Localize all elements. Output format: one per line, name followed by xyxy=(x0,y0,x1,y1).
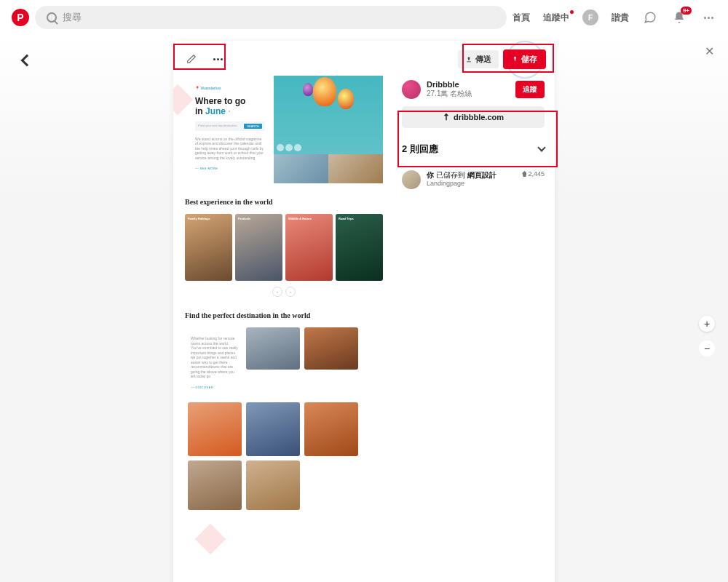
nav-home[interactable]: 首頁 xyxy=(513,12,530,24)
saved-count-value: 2,445 xyxy=(528,170,545,178)
hero-body: We stand at tons on the official magazin… xyxy=(195,137,265,161)
pin-destination-section: Find the perfect destination in the worl… xyxy=(178,311,390,525)
messages-icon[interactable] xyxy=(642,9,658,25)
search-bar[interactable]: 搜尋 xyxy=(35,6,507,29)
source-link-label: dribbble.com xyxy=(454,113,504,121)
send-button[interactable]: 傳送 xyxy=(458,50,499,68)
zoom-in-button[interactable]: + xyxy=(699,316,715,332)
save-label: 儲存 xyxy=(521,54,537,65)
search-icon xyxy=(47,12,57,23)
creator-avatar[interactable] xyxy=(402,80,421,99)
creator-row: Dribbble 27.1萬 名粉絲 追蹤 xyxy=(402,80,545,99)
creator-followers: 27.1萬 名粉絲 xyxy=(427,89,510,99)
arrow-left-icon xyxy=(21,55,33,67)
back-button[interactable] xyxy=(16,49,38,71)
top-navigation-bar: 搜尋 首頁 追蹤中 F 諧貴 9+ xyxy=(0,0,728,35)
hero-search-button: SEARCH xyxy=(244,124,262,129)
s2-card-0: Family Holidays xyxy=(188,217,210,220)
pin-image-wrapper[interactable]: 📍 Woanderlust Where to go in June · Poin… xyxy=(173,41,392,582)
save-button[interactable]: 儲存 xyxy=(503,49,546,69)
hero-image xyxy=(274,76,383,183)
nav-links-group: 首頁 追蹤中 F 諧貴 9+ xyxy=(513,9,716,25)
pin-hero-section: 📍 Woanderlust Where to go in June · Poin… xyxy=(178,76,390,198)
external-link-icon: ↗ xyxy=(440,111,452,124)
saved-subtitle: Landingpage xyxy=(427,180,516,188)
search-placeholder: 搜尋 xyxy=(63,11,82,24)
save-button-highlight: 儲存 xyxy=(503,49,546,69)
edit-button[interactable] xyxy=(181,48,202,70)
hero-title-a: Where to go xyxy=(195,96,245,106)
saved-mid: 已儲存到 xyxy=(436,171,465,179)
follow-button[interactable]: 追蹤 xyxy=(515,81,545,98)
s2-card-2: Wildlife & Nature xyxy=(288,217,312,220)
send-label: 傳送 xyxy=(475,54,491,65)
s3-title: Find the perfect destination in the worl… xyxy=(185,311,383,320)
more-button[interactable] xyxy=(207,48,229,70)
notifications-icon[interactable]: 9+ xyxy=(671,9,687,25)
pin-card: 傳送 儲存 📍 Woanderlust Where xyxy=(173,41,555,582)
more-dots-icon xyxy=(213,58,223,60)
nav-following[interactable]: 追蹤中 xyxy=(543,12,569,24)
upload-icon xyxy=(465,56,472,63)
saved-board[interactable]: 網頁設計 xyxy=(467,171,496,179)
hero-title-accent: June xyxy=(205,106,226,116)
source-link-button[interactable]: ↗ dribbble.com xyxy=(402,106,545,128)
zoom-controls: + − xyxy=(699,316,715,356)
s3-cta: DISCOVER xyxy=(195,386,213,389)
s2-card-3: Road Trips xyxy=(339,217,354,220)
pinterest-logo[interactable] xyxy=(12,9,29,26)
pin-details-panel: Dribbble 27.1萬 名粉絲 追蹤 ↗ dribbble.com 2 則… xyxy=(392,41,555,582)
s2-title: Best experience in the world xyxy=(185,198,383,207)
card-controls-right: 傳送 儲存 xyxy=(458,49,546,69)
close-button[interactable]: ✕ xyxy=(700,42,718,60)
saved-count: 2,445 xyxy=(522,170,545,178)
comments-title: 2 則回應 xyxy=(402,143,438,156)
card-controls-left xyxy=(181,48,229,70)
user-avatar-small[interactable]: F xyxy=(582,9,598,25)
pencil-icon xyxy=(186,54,197,64)
saved-prefix: 你 xyxy=(427,171,434,179)
creator-name[interactable]: Dribbble xyxy=(427,80,510,89)
notification-dot-icon xyxy=(570,10,574,14)
nav-username[interactable]: 諧貴 xyxy=(612,12,629,24)
notification-badge: 9+ xyxy=(681,7,692,15)
hero-title-dot: · xyxy=(226,106,231,116)
topbar-more-icon[interactable] xyxy=(700,9,716,25)
pin-experience-section: Best experience in the world Family Holi… xyxy=(178,198,390,311)
hero-title-b: in xyxy=(195,106,205,116)
saved-user-avatar[interactable] xyxy=(402,170,421,189)
hero-search-placeholder: Point your next trip destination xyxy=(198,124,237,129)
s2-card-1: Festivals xyxy=(238,217,250,220)
tiny-pin-icon xyxy=(522,171,526,177)
pin-image: 📍 Woanderlust Where to go in June · Poin… xyxy=(178,45,390,582)
zoom-out-button[interactable]: − xyxy=(699,340,715,356)
nav-following-label: 追蹤中 xyxy=(543,12,569,23)
content-area: ✕ 傳送 儲存 xyxy=(0,35,728,582)
comments-toggle[interactable]: 2 則回應 xyxy=(402,143,545,162)
chevron-down-icon xyxy=(537,143,545,151)
hero-cta: SEE MORE xyxy=(199,167,218,170)
pin-icon xyxy=(512,55,518,63)
s3-body: Whether looking for remote towns across … xyxy=(191,336,239,379)
saved-by-row: 你 已儲存到 網頁設計 Landingpage 2,445 xyxy=(402,170,545,189)
